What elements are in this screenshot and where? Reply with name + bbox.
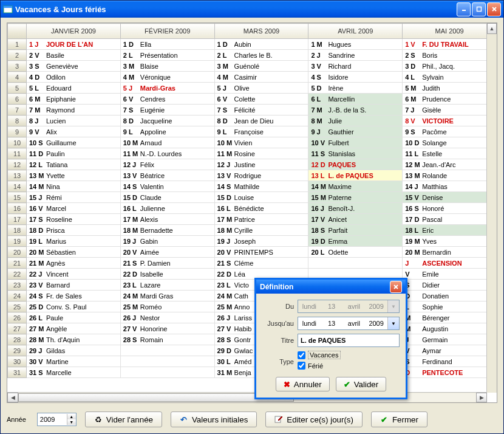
calendar-cell[interactable]: 15 JRémi	[27, 192, 121, 203]
calendar-cell[interactable]: 12 LTatiana	[27, 159, 121, 170]
calendar-cell[interactable]: 11 DPaulin	[27, 148, 121, 159]
calendar-cell[interactable]: 22 DIsabelle	[120, 269, 214, 280]
edit-days-button[interactable]: Editer ce(s) jour(s)	[265, 412, 363, 427]
calendar-cell[interactable]: 12 DPAQUES	[308, 159, 403, 170]
calendar-cell[interactable]: JASCENSION	[403, 258, 497, 269]
calendar-cell[interactable]: 7 MRaymond	[27, 105, 121, 115]
calendar-cell[interactable]: SFerdinand	[403, 356, 497, 367]
calendar-cell[interactable]: 19 DEmma	[308, 236, 403, 247]
calendar-cell[interactable]: 12 JFélix	[120, 159, 214, 170]
calendar-cell[interactable]: 31 SMarcelle	[27, 367, 121, 378]
month-header[interactable]: MAI 2009	[403, 24, 497, 39]
calendar-cell[interactable]: 12 JJustine	[214, 159, 308, 170]
calendar-cell[interactable]: 5 LEdouard	[27, 83, 121, 94]
calendar-cell[interactable]: 10 MArnaud	[120, 137, 214, 148]
calendar-cell[interactable]: 8 MJulie	[308, 115, 403, 126]
calendar-cell[interactable]: 20 VAimée	[120, 247, 214, 258]
calendar-cell[interactable]: 12 MJean.-d'Arc	[403, 159, 497, 170]
month-header[interactable]: MARS 2009	[214, 24, 308, 39]
calendar-cell[interactable]: 3 VRichard	[308, 61, 403, 72]
calendar-cell[interactable]: 8 VVICTOIRE	[403, 115, 497, 126]
dialog-ok-button[interactable]: ✔ Valider	[336, 377, 387, 391]
calendar-cell[interactable]: DPENTECOTE	[403, 367, 497, 378]
calendar-cell[interactable]	[308, 258, 403, 269]
calendar-cell[interactable]: 11 LEstelle	[403, 148, 497, 159]
calendar-cell[interactable]: 19 LMarius	[27, 236, 121, 247]
calendar-cell[interactable]	[120, 345, 214, 356]
default-values-button[interactable]: ↶ Valeurs initiales	[171, 412, 257, 427]
calendar-cell[interactable]: VEmile	[403, 269, 497, 280]
calendar-cell[interactable]: 14 JMatthias	[403, 181, 497, 192]
minimize-button[interactable]	[457, 2, 471, 16]
calendar-cell[interactable]: 16 LJulienne	[120, 203, 214, 214]
calendar-cell[interactable]: 5 MJudith	[403, 83, 497, 94]
calendar-cell[interactable]: 9 LAppoline	[120, 126, 214, 137]
calendar-cell[interactable]: 10 SGuillaume	[27, 137, 121, 148]
calendar-cell[interactable]: 7 SFélicité	[214, 105, 308, 115]
calendar-cell[interactable]: 13 VBéatrice	[120, 170, 214, 181]
calendar-cell[interactable]: 2 LPrésentation	[120, 50, 214, 61]
dialog-cancel-button[interactable]: ✖ Annuler	[276, 377, 330, 391]
calendar-cell[interactable]: 15 DLouise	[214, 192, 308, 203]
calendar-cell[interactable]: 20 VPRINTEMPS	[214, 247, 308, 258]
calendar-cell[interactable]: 6 VCendres	[120, 94, 214, 105]
calendar-cell[interactable]: 2 VBasile	[27, 50, 121, 61]
vertical-scrollbar[interactable]: ▲	[486, 23, 497, 393]
calendar-cell[interactable]: 9 VAlix	[27, 126, 121, 137]
ferie-checkbox[interactable]	[298, 362, 305, 370]
calendar-cell[interactable]: 11 SStanislas	[308, 148, 403, 159]
calendar-cell[interactable]: 2 SBoris	[403, 50, 497, 61]
calendar-cell[interactable]: 26 JNestor	[120, 312, 214, 323]
calendar-cell[interactable]: 1 MHugues	[308, 39, 403, 50]
calendar-cell[interactable]: 3 MBlaise	[120, 61, 214, 72]
calendar-cell[interactable]: 3 SGeneviève	[27, 61, 121, 72]
horizontal-scrollbar[interactable]: ◀ ▶	[7, 392, 487, 402]
calendar-cell[interactable]: 7 SEugénie	[120, 105, 214, 115]
maximize-button[interactable]	[472, 2, 486, 16]
calendar-cell[interactable]: DDonatien	[403, 291, 497, 301]
calendar-cell[interactable]: 24 SFr. de Sales	[27, 291, 121, 301]
calendar-cell[interactable]: 19 JJoseph	[214, 236, 308, 247]
calendar-cell[interactable]: 9 LFrançoise	[214, 126, 308, 137]
calendar-cell[interactable]: 6 MPrudence	[403, 94, 497, 105]
calendar-cell[interactable]: 18 LEric	[403, 225, 497, 236]
calendar-cell[interactable]: 13 MYvette	[27, 170, 121, 181]
calendar-cell[interactable]: 13 VRodrigue	[214, 170, 308, 181]
calendar-cell[interactable]: 1 DAubin	[214, 39, 308, 50]
scroll-right-icon[interactable]: ▶	[476, 393, 487, 402]
calendar-cell[interactable]: 17 SRoseline	[27, 214, 121, 225]
vacances-checkbox[interactable]	[298, 351, 305, 359]
calendar-cell[interactable]: 20 MBernardin	[403, 247, 497, 258]
calendar-cell[interactable]: 28 MTh. d'Aquin	[27, 334, 121, 345]
calendar-cell[interactable]: 25 DConv. S. Paul	[27, 301, 121, 312]
title-bar[interactable]: Vacances & Jours fériés	[1, 1, 503, 18]
calendar-cell[interactable]: 20 LOdette	[308, 247, 403, 258]
calendar-cell[interactable]: 6 VColette	[214, 94, 308, 105]
calendar-cell[interactable]: 1 DElla	[120, 39, 214, 50]
calendar-cell[interactable]: 24 MMardi Gras	[120, 291, 214, 301]
calendar-cell[interactable]: 27 MAngèle	[27, 323, 121, 334]
calendar-cell[interactable]: 19 MYves	[403, 236, 497, 247]
calendar-cell[interactable]: 14 SValentin	[120, 181, 214, 192]
calendar-cell[interactable]: 6 MEpiphanie	[27, 94, 121, 105]
scroll-up-icon[interactable]: ▲	[487, 23, 497, 34]
calendar-cell[interactable]: 16 VMarcel	[27, 203, 121, 214]
calendar-cell[interactable]: 15 MPaterne	[308, 192, 403, 203]
calendar-cell[interactable]: 3 DPhil., Jacq.	[403, 61, 497, 72]
chevron-down-icon[interactable]: ▼	[387, 317, 399, 329]
calendar-table[interactable]: JANVIER 2009FÉVRIER 2009MARS 2009AVRIL 2…	[7, 23, 497, 378]
calendar-cell[interactable]: 8 DJacqueline	[120, 115, 214, 126]
spin-up-icon[interactable]: ▲	[67, 414, 76, 419]
calendar-cell[interactable]: 21 SP. Damien	[120, 258, 214, 269]
calendar-cell[interactable]: 7 JGisèle	[403, 105, 497, 115]
calendar-cell[interactable]: 16 JBenoît-J.	[308, 203, 403, 214]
calendar-cell[interactable]: 1 JJOUR DE L'AN	[27, 39, 121, 50]
calendar-cell[interactable]	[120, 367, 214, 378]
calendar-cell[interactable]: 5 JOlive	[214, 83, 308, 94]
calendar-cell[interactable]: 25 MRoméo	[120, 301, 214, 312]
close-button[interactable]	[487, 2, 501, 16]
calendar-cell[interactable]: 10 MVivien	[214, 137, 308, 148]
calendar-cell[interactable]: 5 DIrène	[308, 83, 403, 94]
calendar-cell[interactable]: 14 MMaxime	[308, 181, 403, 192]
calendar-cell[interactable]: 16 LBénédicte	[214, 203, 308, 214]
